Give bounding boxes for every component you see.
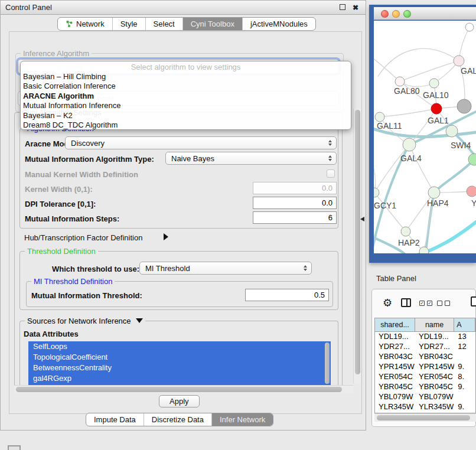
network-node[interactable] — [446, 125, 458, 137]
sources-collapse-arrow-icon[interactable] — [136, 318, 143, 323]
tab-impute-data[interactable]: Impute Data — [86, 413, 144, 426]
tab-discretize-data[interactable]: Discretize Data — [144, 413, 211, 426]
column-header-shared-name[interactable]: shared... — [375, 318, 415, 331]
algorithm-option[interactable]: Dream8 DC_TDC Algorithm — [21, 120, 351, 129]
table-cell: YBR043C — [415, 352, 454, 362]
tab-cyni-toolbox[interactable]: Cyni Toolbox — [182, 18, 242, 30]
table-cell: YER054C — [375, 372, 415, 382]
column-header-name[interactable]: name — [415, 318, 454, 331]
network-node[interactable] — [401, 227, 410, 236]
table-row[interactable]: YDL19...YDL19...13 — [375, 332, 475, 342]
unchecked-box-icon[interactable] — [437, 301, 442, 306]
table-row[interactable]: YPR145WYPR145W9. — [375, 362, 475, 372]
minimized-window-icon[interactable] — [8, 445, 21, 450]
new-document-icon[interactable] — [471, 296, 476, 306]
table-row[interactable]: YLR345WYLR345W9. — [375, 402, 475, 412]
table-cell: 13 — [454, 332, 475, 342]
minimize-traffic-light[interactable] — [392, 10, 400, 18]
settings-scroll-area: Cyni Algorithm Settings Algorithm Defini… — [13, 107, 359, 393]
combo-arrows-icon — [328, 155, 332, 161]
data-attribute-item[interactable]: gal4RGexp — [28, 373, 331, 384]
network-node[interactable] — [375, 112, 384, 122]
network-node-label: SWI4 — [451, 141, 471, 150]
table-panel: ⚙ ✓ ✓ shared... name A YDL19...YDL19...1… — [371, 289, 476, 427]
algorithm-option[interactable]: Bayesian – K2 — [21, 110, 351, 120]
table-cell — [454, 392, 475, 402]
table-row[interactable]: YBR043CYBR043C — [375, 352, 475, 362]
checked-box-icon[interactable]: ✓ — [419, 301, 425, 306]
algorithm-option[interactable]: ARACNE Algorithm — [21, 91, 351, 100]
mi-threshold-input[interactable] — [245, 289, 329, 301]
network-node[interactable] — [454, 56, 464, 66]
table-row[interactable]: YDR27...YDR27...12 — [375, 342, 475, 352]
column-header-partial[interactable]: A — [454, 318, 475, 331]
network-node[interactable] — [431, 103, 442, 114]
which-threshold-combobox[interactable]: MI Threshold — [139, 262, 312, 275]
table-row[interactable]: YER054CYER054C8. — [375, 372, 475, 382]
control-panel-window: Control Panel ✖ Network Style Select Cyn… — [0, 0, 366, 431]
close-traffic-light[interactable] — [381, 10, 389, 18]
zoom-traffic-light[interactable] — [403, 10, 411, 18]
tab-style[interactable]: Style — [112, 18, 145, 30]
cyni-algorithm-settings-group: Cyni Algorithm Settings Algorithm Defini… — [14, 112, 343, 390]
hub-expand-arrow-icon[interactable] — [164, 233, 168, 240]
table-panel-title: Table Panel — [376, 274, 416, 283]
mi-threshold-definition-title: MI Threshold Definition — [31, 277, 115, 286]
network-graph: GALGAL80GAL10GAL1GAL11SWI4GAL4GCY1HAP4YH… — [374, 21, 476, 253]
close-window-icon[interactable]: ✖ — [353, 4, 358, 11]
network-node[interactable] — [457, 99, 471, 113]
tab-select[interactable]: Select — [145, 18, 182, 30]
data-attribute-item[interactable]: SelfLoops — [28, 341, 331, 352]
network-node[interactable] — [419, 247, 429, 253]
gear-icon[interactable]: ⚙ — [383, 296, 392, 309]
network-node-label: GAL80 — [394, 86, 420, 96]
threshold-definition-group: Threshold Definition Which threshold to … — [19, 251, 338, 310]
tab-jactivemnodules[interactable]: jActiveMNodules — [242, 18, 315, 30]
attributes-scrollbar[interactable] — [325, 343, 330, 384]
network-node[interactable] — [374, 188, 379, 197]
data-attribute-item[interactable]: TopologicalCoefficient — [28, 352, 331, 363]
data-attribute-item[interactable]: BetweennessCentrality — [28, 363, 331, 373]
table-cell: YDL19... — [375, 332, 415, 342]
mi-algorithm-type-combobox[interactable]: Naive Bayes — [165, 152, 337, 165]
manual-kernel-width-checkbox[interactable] — [327, 169, 335, 178]
network-node[interactable] — [395, 77, 405, 86]
algorithm-option[interactable]: Mutual Information Inference — [21, 100, 351, 110]
float-window-icon[interactable] — [340, 4, 345, 10]
table-row[interactable]: YBL079WYBL079W — [375, 392, 475, 402]
table-cell: YDL19... — [415, 332, 454, 342]
split-columns-icon[interactable] — [401, 298, 411, 307]
table-cell: 9. — [454, 402, 475, 412]
tab-discretize-data-label: Discretize Data — [152, 413, 204, 426]
settings-vscrollbar-thumb[interactable] — [355, 110, 360, 374]
algorithm-option[interactable]: Bayesian – Hill Climbing — [21, 71, 351, 81]
algorithm-option[interactable]: Basic Correlation Inference — [21, 81, 351, 90]
unchecked-box-icon[interactable] — [445, 301, 450, 306]
aracne-mode-combobox[interactable]: Discovery — [65, 136, 337, 149]
network-node[interactable] — [403, 138, 416, 151]
mi-steps-input[interactable] — [253, 211, 337, 224]
network-canvas[interactable]: GALGAL80GAL10GAL1GAL11SWI4GAL4GCY1HAP4YH… — [374, 21, 476, 253]
inference-algorithm-label: Inference Algorithm — [21, 49, 92, 58]
settings-hscrollbar-thumb[interactable] — [16, 387, 342, 392]
network-node[interactable] — [429, 79, 439, 88]
apply-button[interactable]: Apply — [159, 395, 200, 407]
settings-hscrollbar-track — [14, 385, 353, 393]
tab-network[interactable]: Network — [58, 18, 112, 30]
network-node[interactable] — [467, 186, 476, 197]
table-row[interactable]: YBR045CYBR045C9. — [375, 382, 475, 392]
kernel-width-label: Kernel Width (0,1): — [25, 185, 93, 194]
table-header-row: shared... name A — [375, 318, 475, 332]
table-cell: 12 — [454, 342, 475, 352]
data-attributes-list: SelfLoopsTopologicalCoefficientBetweenne… — [28, 341, 331, 386]
table-hscrollbar-thumb[interactable] — [377, 415, 470, 420]
network-node[interactable] — [465, 23, 474, 31]
checked-box-icon[interactable]: ✓ — [427, 301, 432, 306]
tab-infer-network[interactable]: Infer Network — [211, 413, 273, 426]
network-node[interactable] — [428, 187, 440, 198]
network-node-label: HAP4 — [427, 198, 449, 208]
kernel-width-input[interactable] — [253, 182, 337, 194]
dpi-tolerance-input[interactable] — [253, 197, 337, 209]
table-cell: YBL079W — [415, 392, 454, 402]
mi-steps-label: Mutual Information Steps: — [25, 214, 119, 223]
